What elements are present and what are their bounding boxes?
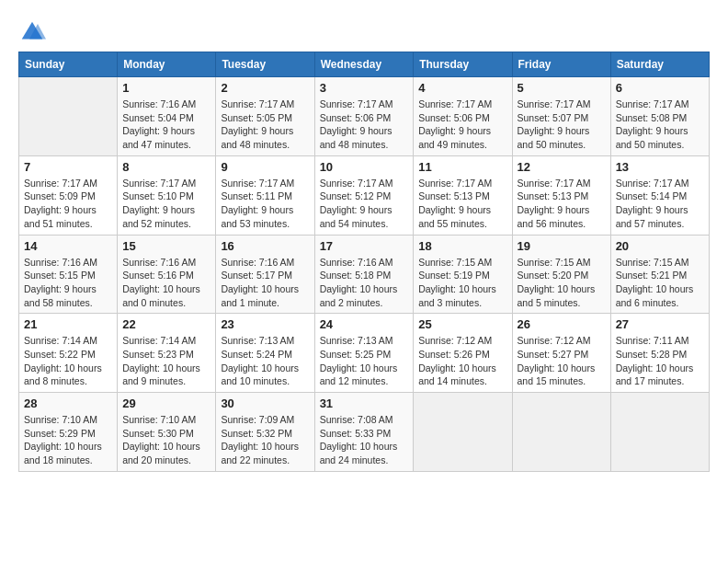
day-info: Sunrise: 7:12 AM Sunset: 5:26 PM Dayligh… (418, 334, 506, 388)
day-number: 23 (221, 317, 309, 331)
day-info: Sunrise: 7:17 AM Sunset: 5:14 PM Dayligh… (616, 177, 704, 231)
calendar-cell: 27Sunrise: 7:11 AM Sunset: 5:28 PM Dayli… (610, 314, 709, 393)
calendar-cell: 21Sunrise: 7:14 AM Sunset: 5:22 PM Dayli… (19, 314, 118, 393)
logo (18, 18, 50, 46)
weekday-header-row: SundayMondayTuesdayWednesdayThursdayFrid… (19, 52, 710, 77)
calendar-cell: 6Sunrise: 7:17 AM Sunset: 5:08 PM Daylig… (610, 77, 709, 156)
day-info: Sunrise: 7:10 AM Sunset: 5:29 PM Dayligh… (24, 413, 112, 467)
calendar-cell: 8Sunrise: 7:17 AM Sunset: 5:10 PM Daylig… (118, 155, 216, 235)
calendar-cell: 13Sunrise: 7:17 AM Sunset: 5:14 PM Dayli… (610, 155, 709, 235)
calendar-cell: 22Sunrise: 7:14 AM Sunset: 5:23 PM Dayli… (118, 314, 216, 393)
day-number: 3 (320, 81, 409, 95)
calendar-cell: 28Sunrise: 7:10 AM Sunset: 5:29 PM Dayli… (19, 393, 118, 472)
calendar-cell: 1Sunrise: 7:16 AM Sunset: 5:04 PM Daylig… (118, 77, 216, 156)
day-info: Sunrise: 7:13 AM Sunset: 5:25 PM Dayligh… (320, 334, 409, 388)
weekday-header: Friday (512, 52, 610, 77)
calendar-cell (512, 393, 610, 472)
calendar-cell: 19Sunrise: 7:15 AM Sunset: 5:20 PM Dayli… (512, 235, 610, 314)
calendar-cell: 5Sunrise: 7:17 AM Sunset: 5:07 PM Daylig… (512, 77, 610, 156)
day-info: Sunrise: 7:17 AM Sunset: 5:13 PM Dayligh… (518, 177, 606, 231)
day-info: Sunrise: 7:15 AM Sunset: 5:21 PM Dayligh… (616, 256, 704, 310)
calendar-cell: 18Sunrise: 7:15 AM Sunset: 5:19 PM Dayli… (414, 235, 512, 314)
day-info: Sunrise: 7:16 AM Sunset: 5:15 PM Dayligh… (24, 256, 112, 310)
day-info: Sunrise: 7:16 AM Sunset: 5:16 PM Dayligh… (122, 256, 210, 310)
day-info: Sunrise: 7:08 AM Sunset: 5:33 PM Dayligh… (320, 413, 409, 467)
day-number: 9 (221, 160, 309, 174)
calendar-cell (610, 393, 709, 472)
day-info: Sunrise: 7:15 AM Sunset: 5:19 PM Dayligh… (418, 256, 506, 310)
day-number: 7 (24, 160, 112, 174)
day-number: 26 (518, 317, 606, 331)
day-info: Sunrise: 7:17 AM Sunset: 5:10 PM Dayligh… (122, 177, 210, 231)
calendar-week-row: 28Sunrise: 7:10 AM Sunset: 5:29 PM Dayli… (19, 393, 710, 472)
calendar-cell: 7Sunrise: 7:17 AM Sunset: 5:09 PM Daylig… (19, 155, 118, 235)
page-header (18, 18, 710, 46)
calendar-cell: 2Sunrise: 7:17 AM Sunset: 5:05 PM Daylig… (216, 77, 314, 156)
day-info: Sunrise: 7:17 AM Sunset: 5:11 PM Dayligh… (221, 177, 309, 231)
calendar-cell: 16Sunrise: 7:16 AM Sunset: 5:17 PM Dayli… (216, 235, 314, 314)
weekday-header: Monday (118, 52, 216, 77)
day-number: 24 (320, 317, 409, 331)
day-number: 19 (518, 239, 606, 253)
day-info: Sunrise: 7:16 AM Sunset: 5:17 PM Dayligh… (221, 256, 309, 310)
calendar-week-row: 21Sunrise: 7:14 AM Sunset: 5:22 PM Dayli… (19, 314, 710, 393)
day-number: 20 (616, 239, 704, 253)
calendar-week-row: 7Sunrise: 7:17 AM Sunset: 5:09 PM Daylig… (19, 155, 710, 235)
calendar-cell: 20Sunrise: 7:15 AM Sunset: 5:21 PM Dayli… (610, 235, 709, 314)
day-number: 30 (221, 396, 309, 410)
day-number: 4 (418, 81, 506, 95)
calendar-cell: 3Sunrise: 7:17 AM Sunset: 5:06 PM Daylig… (314, 77, 414, 156)
day-info: Sunrise: 7:17 AM Sunset: 5:12 PM Dayligh… (320, 177, 409, 231)
day-number: 31 (320, 396, 409, 410)
calendar-cell: 15Sunrise: 7:16 AM Sunset: 5:16 PM Dayli… (118, 235, 216, 314)
day-number: 22 (122, 317, 210, 331)
day-info: Sunrise: 7:17 AM Sunset: 5:06 PM Dayligh… (418, 98, 506, 152)
calendar-cell: 31Sunrise: 7:08 AM Sunset: 5:33 PM Dayli… (314, 393, 414, 472)
day-number: 29 (122, 396, 210, 410)
day-number: 1 (122, 81, 210, 95)
day-info: Sunrise: 7:17 AM Sunset: 5:08 PM Dayligh… (616, 98, 704, 152)
day-number: 5 (518, 81, 606, 95)
weekday-header: Tuesday (216, 52, 314, 77)
calendar-cell: 9Sunrise: 7:17 AM Sunset: 5:11 PM Daylig… (216, 155, 314, 235)
day-info: Sunrise: 7:12 AM Sunset: 5:27 PM Dayligh… (518, 334, 606, 388)
day-number: 27 (616, 317, 704, 331)
calendar-week-row: 14Sunrise: 7:16 AM Sunset: 5:15 PM Dayli… (19, 235, 710, 314)
weekday-header: Thursday (414, 52, 512, 77)
calendar-cell: 11Sunrise: 7:17 AM Sunset: 5:13 PM Dayli… (414, 155, 512, 235)
calendar-cell: 12Sunrise: 7:17 AM Sunset: 5:13 PM Dayli… (512, 155, 610, 235)
calendar-cell: 4Sunrise: 7:17 AM Sunset: 5:06 PM Daylig… (414, 77, 512, 156)
day-number: 12 (518, 160, 606, 174)
calendar-cell: 10Sunrise: 7:17 AM Sunset: 5:12 PM Dayli… (314, 155, 414, 235)
calendar-cell: 23Sunrise: 7:13 AM Sunset: 5:24 PM Dayli… (216, 314, 314, 393)
day-info: Sunrise: 7:16 AM Sunset: 5:18 PM Dayligh… (320, 256, 409, 310)
day-info: Sunrise: 7:14 AM Sunset: 5:23 PM Dayligh… (122, 334, 210, 388)
day-info: Sunrise: 7:10 AM Sunset: 5:30 PM Dayligh… (122, 413, 210, 467)
calendar-cell (414, 393, 512, 472)
day-info: Sunrise: 7:15 AM Sunset: 5:20 PM Dayligh… (518, 256, 606, 310)
calendar-table: SundayMondayTuesdayWednesdayThursdayFrid… (18, 52, 710, 472)
day-info: Sunrise: 7:17 AM Sunset: 5:09 PM Dayligh… (24, 177, 112, 231)
weekday-header: Saturday (610, 52, 709, 77)
weekday-header: Wednesday (314, 52, 414, 77)
calendar-week-row: 1Sunrise: 7:16 AM Sunset: 5:04 PM Daylig… (19, 77, 710, 156)
calendar-cell: 24Sunrise: 7:13 AM Sunset: 5:25 PM Dayli… (314, 314, 414, 393)
calendar-cell: 17Sunrise: 7:16 AM Sunset: 5:18 PM Dayli… (314, 235, 414, 314)
calendar-cell: 30Sunrise: 7:09 AM Sunset: 5:32 PM Dayli… (216, 393, 314, 472)
day-info: Sunrise: 7:16 AM Sunset: 5:04 PM Dayligh… (122, 98, 210, 152)
weekday-header: Sunday (19, 52, 118, 77)
calendar-cell: 25Sunrise: 7:12 AM Sunset: 5:26 PM Dayli… (414, 314, 512, 393)
day-info: Sunrise: 7:13 AM Sunset: 5:24 PM Dayligh… (221, 334, 309, 388)
day-number: 16 (221, 239, 309, 253)
day-info: Sunrise: 7:14 AM Sunset: 5:22 PM Dayligh… (24, 334, 112, 388)
calendar-cell: 26Sunrise: 7:12 AM Sunset: 5:27 PM Dayli… (512, 314, 610, 393)
day-number: 15 (122, 239, 210, 253)
day-number: 13 (616, 160, 704, 174)
day-info: Sunrise: 7:09 AM Sunset: 5:32 PM Dayligh… (221, 413, 309, 467)
day-info: Sunrise: 7:11 AM Sunset: 5:28 PM Dayligh… (616, 334, 704, 388)
calendar-cell: 29Sunrise: 7:10 AM Sunset: 5:30 PM Dayli… (118, 393, 216, 472)
day-number: 18 (418, 239, 506, 253)
day-info: Sunrise: 7:17 AM Sunset: 5:07 PM Dayligh… (518, 98, 606, 152)
calendar-cell: 14Sunrise: 7:16 AM Sunset: 5:15 PM Dayli… (19, 235, 118, 314)
logo-icon (18, 18, 46, 46)
